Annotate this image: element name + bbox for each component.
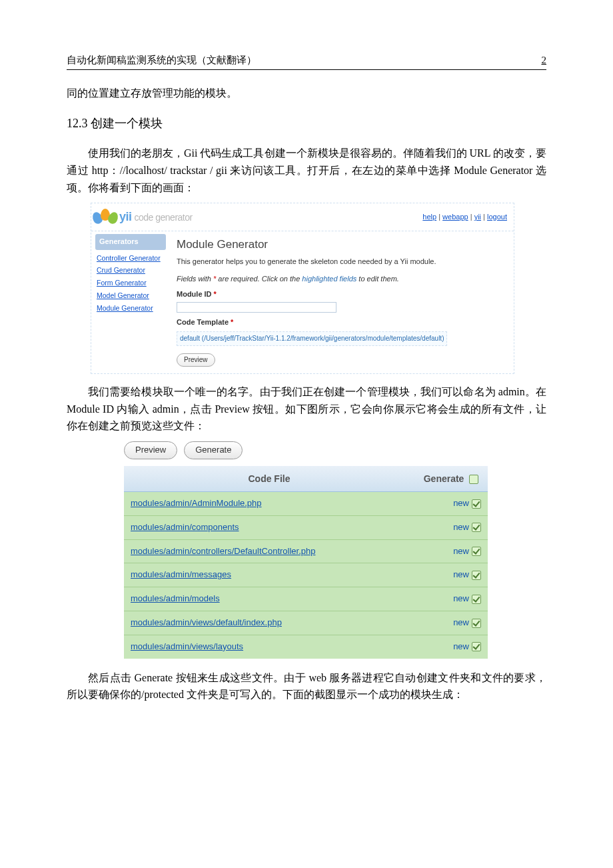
row-checkbox[interactable] [472,499,481,509]
file-link[interactable]: modules/admin/messages [131,569,231,579]
brand-subtitle: code generator [135,212,193,223]
brand-yii: yii [119,210,132,223]
file-link[interactable]: modules/admin/models [131,593,220,603]
file-link[interactable]: modules/admin/views/default/index.php [131,617,282,627]
row-checkbox[interactable] [472,571,481,580]
gii-sidebar: Generators Controller Generator Crud Gen… [91,231,170,373]
paragraph-continuation: 同的位置建立存放管理功能的模块。 [67,85,546,102]
page-number: 2 [542,52,547,68]
preview-button[interactable]: Preview [177,353,215,367]
preview-generate-screenshot: Preview Generate Code File Generate modu… [124,441,488,659]
heading-number: 12.3 [67,117,88,130]
code-template-value[interactable]: default (/Users/jeff/TrackStar/Yii-1.1.2… [177,331,447,346]
header-title: 自动化新闻稿监测系统的实现（文献翻译） [67,52,257,68]
sidebar-item-form[interactable]: Form Generator [95,277,166,289]
table-row: modules/admin/messagesnew [124,563,488,587]
link-help[interactable]: help [422,213,436,221]
section-heading: 12.3 创建一个模块 [67,114,546,133]
file-link[interactable]: modules/admin/views/layouts [131,641,243,651]
generate-button[interactable]: Generate [184,441,243,459]
sidebar-title: Generators [95,234,166,250]
gii-main: Module Generator This generator helps yo… [170,231,514,373]
gii-logo: yiicode generator [93,207,193,227]
gii-hint: Fields with * are required. Click on the… [177,273,507,285]
link-webapp[interactable]: webapp [442,213,468,221]
col-generate: Generate [414,466,488,492]
sidebar-item-crud[interactable]: Crud Generator [95,264,166,277]
sidebar-item-model[interactable]: Model Generator [95,289,166,302]
sidebar-item-controller[interactable]: Controller Generator [95,252,166,265]
gii-title: Module Generator [177,235,507,253]
gii-description: This generator helps you to generate the… [177,256,507,268]
page-header: 自动化新闻稿监测系统的实现（文献翻译） 2 [67,52,546,70]
file-link[interactable]: modules/admin/controllers/DefaultControl… [131,546,315,556]
module-id-label: Module ID * [177,289,507,301]
generate-all-checkbox[interactable] [469,475,478,484]
paragraph-mid: 我们需要给模块取一个唯一的名字。由于我们正在创建一个管理模块，我们可以命名为 a… [67,383,546,435]
sidebar-item-module[interactable]: Module Generator [95,302,166,315]
page: 自动化新闻稿监测系统的实现（文献翻译） 2 同的位置建立存放管理功能的模块。 1… [0,0,613,868]
gii-logo-mark [95,209,115,226]
code-template-label: Code Template * [177,317,507,329]
table-row: modules/admin/componentsnew [124,515,488,539]
paragraph-end: 然后点击 Generate 按钮来生成这些文件。由于 web 服务器进程它自动创… [67,669,546,703]
preview-button-2[interactable]: Preview [124,441,177,459]
gii-wordmark: yiicode generator [119,207,193,227]
table-row: modules/admin/views/layoutsnew [124,635,488,658]
file-link[interactable]: modules/admin/AdminModule.php [131,498,262,508]
row-checkbox[interactable] [472,642,481,651]
table-row: modules/admin/modelsnew [124,587,488,611]
row-checkbox[interactable] [472,547,481,556]
module-id-input[interactable] [177,302,336,313]
table-row: modules/admin/AdminModule.phpnew [124,492,488,516]
row-checkbox[interactable] [472,619,481,628]
gii-top-links: help | webapp | yii | logout [422,211,507,223]
gii-screenshot: yiicode generator help | webapp | yii | … [91,203,546,374]
code-file-table: Code File Generate modules/admin/AdminMo… [124,466,488,659]
paragraph-intro: 使用我们的老朋友，Gii 代码生成工具创建一个新模块是很容易的。伴随着我们的 U… [67,145,546,196]
col-code-file: Code File [124,466,414,492]
file-link[interactable]: modules/admin/components [131,522,239,532]
link-logout[interactable]: logout [487,213,507,221]
row-checkbox[interactable] [472,523,481,532]
heading-text: 创建一个模块 [91,117,163,130]
table-row: modules/admin/views/default/index.phpnew [124,611,488,635]
table-row: modules/admin/controllers/DefaultControl… [124,539,488,563]
row-checkbox[interactable] [472,595,481,604]
link-yii[interactable]: yii [474,213,481,221]
